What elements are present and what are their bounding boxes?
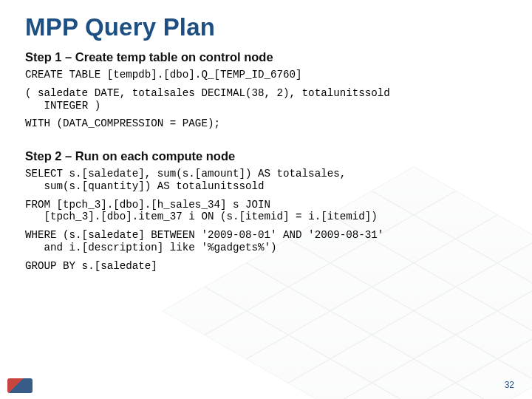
step1-sql-with: WITH (DATA_COMPRESSION = PAGE);	[25, 117, 507, 130]
step2-sql-groupby: GROUP BY s.[saledate]	[25, 260, 507, 273]
page-title: MPP Query Plan	[25, 13, 507, 41]
step2-sql-where: WHERE (s.[saledate] BETWEEN '2009-08-01'…	[25, 229, 507, 254]
step2-sql-from: FROM [tpch_3].[dbo].[h_sales_34] s JOIN …	[25, 199, 507, 224]
step2-heading: Step 2 – Run on each compute node	[25, 149, 507, 163]
step1-sql-columns: ( saledate DATE, totalsales DECIMAL(38, …	[25, 87, 507, 112]
step1-heading: Step 1 – Create temp table on control no…	[25, 50, 507, 64]
step2-sql-select: SELECT s.[saledate], sum(s.[amount]) AS …	[25, 168, 507, 193]
step1-sql-create: CREATE TABLE [tempdb].[dbo].Q_[TEMP_ID_6…	[25, 69, 507, 81]
slide-body: MPP Query Plan Step 1 – Create temp tabl…	[0, 0, 532, 399]
